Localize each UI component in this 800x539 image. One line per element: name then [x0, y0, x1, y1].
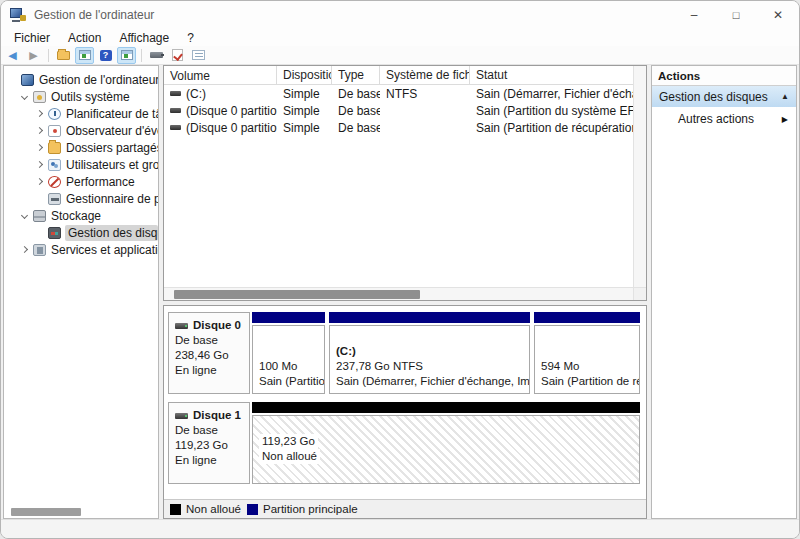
- table-row[interactable]: (C:) Simple De base NTFS Sain (Démarrer,…: [164, 85, 633, 102]
- volume-icon: [170, 108, 181, 113]
- volume-list-vertical-scrollbar[interactable]: [633, 66, 646, 287]
- scrollbar-thumb[interactable]: [11, 508, 81, 516]
- sidebar-item-performance[interactable]: Performance: [4, 173, 158, 190]
- disk-size: 238,46 Go: [175, 348, 245, 363]
- console-tree: Gestion de l'ordinateur (local) Outils s…: [4, 66, 158, 506]
- partition-c[interactable]: (C:) 237,78 Go NTFS Sain (Démarrer, Fich…: [329, 312, 530, 394]
- column-header-statut[interactable]: Statut: [470, 66, 633, 84]
- properties-icon[interactable]: [189, 47, 208, 64]
- window-title: Gestion de l'ordinateur: [34, 8, 154, 22]
- menu-affichage[interactable]: Affichage: [110, 30, 178, 46]
- status-bar: [1, 519, 799, 538]
- sidebar-item-dossiers-partages[interactable]: Dossiers partagés: [4, 139, 158, 156]
- sidebar-item-gestion-ordinateur[interactable]: Gestion de l'ordinateur (local): [4, 71, 158, 88]
- partition-color-band: [329, 312, 530, 323]
- shared-folders-icon: [48, 142, 61, 154]
- sidebar-item-observateur[interactable]: Observateur d'événeme: [4, 122, 158, 139]
- performance-icon: [48, 176, 61, 188]
- menu-help[interactable]: ?: [178, 30, 203, 46]
- check-icon[interactable]: [168, 47, 187, 64]
- column-header-systeme-fichiers[interactable]: Système de fichiers: [380, 66, 470, 84]
- event-viewer-icon: [48, 125, 61, 137]
- volume-list-horizontal-scrollbar[interactable]: [164, 287, 646, 300]
- partition-color-band: [252, 312, 325, 323]
- back-icon[interactable]: ◀: [3, 47, 22, 64]
- partition-recovery[interactable]: 594 Mo Sain (Partition de récu: [534, 312, 640, 394]
- column-header-type[interactable]: Type: [332, 66, 380, 84]
- chevron-right-icon[interactable]: [35, 177, 44, 186]
- console-tree-panel: Gestion de l'ordinateur (local) Outils s…: [3, 65, 159, 519]
- disk-area: Disque 0 De base 238,46 Go En ligne 100 …: [164, 306, 646, 499]
- legend-item-partition-principale: Partition principale: [247, 503, 358, 515]
- scrollbar-thumb[interactable]: [174, 290, 420, 299]
- legend-item-non-alloue: Non alloué: [170, 503, 241, 515]
- disk-icon: [175, 323, 188, 329]
- column-header-disposition[interactable]: Disposition: [277, 66, 332, 84]
- actions-item-autres-actions[interactable]: Autres actions ▶: [652, 108, 796, 130]
- computer-management-window: Gestion de l'ordinateur – □ ✕ Fichier Ac…: [0, 0, 800, 539]
- disk-status: En ligne: [175, 363, 245, 378]
- disk-icon: [175, 413, 188, 419]
- menu-action[interactable]: Action: [59, 30, 110, 46]
- disk-row-disque-0: Disque 0 De base 238,46 Go En ligne 100 …: [168, 312, 642, 394]
- menu-bar: Fichier Action Affichage ?: [1, 29, 799, 46]
- help-icon[interactable]: ?: [96, 47, 115, 64]
- sidebar-item-utilisateurs[interactable]: Utilisateurs et groupes l: [4, 156, 158, 173]
- disk-label-disque-0[interactable]: Disque 0 De base 238,46 Go En ligne: [168, 312, 250, 394]
- content-area: Gestion de l'ordinateur (local) Outils s…: [1, 65, 799, 519]
- sidebar-item-outils-systeme[interactable]: Outils système: [4, 88, 158, 105]
- task-scheduler-icon: [48, 108, 61, 120]
- disk-row-disque-1: Disque 1 De base 119,23 Go En ligne 119,…: [168, 402, 642, 484]
- disk-type: De base: [175, 333, 245, 348]
- maximize-button[interactable]: □: [715, 1, 757, 29]
- sidebar-item-services-applications[interactable]: Services et applications: [4, 241, 158, 258]
- sidebar-horizontal-scrollbar[interactable]: [4, 506, 158, 518]
- main-panel: Volume Disposition Type Système de fichi…: [163, 65, 647, 519]
- actions-group-gestion-des-disques[interactable]: Gestion des disques ▲: [652, 86, 796, 108]
- scrollbar-corner: [633, 288, 646, 301]
- partition-color-band: [534, 312, 640, 323]
- show-action-pane-icon[interactable]: [117, 47, 136, 64]
- chevron-down-icon[interactable]: [20, 92, 29, 101]
- toolbar-separator: [48, 49, 49, 62]
- disk-graphics-panel: Disque 0 De base 238,46 Go En ligne 100 …: [163, 305, 647, 519]
- chevron-down-icon[interactable]: [20, 211, 29, 220]
- partition-color-band: [252, 402, 640, 413]
- console-icon[interactable]: [147, 47, 166, 64]
- legend-swatch-navy: [247, 504, 258, 515]
- show-console-tree-icon[interactable]: [75, 47, 94, 64]
- volume-table: Volume Disposition Type Système de fichi…: [164, 66, 633, 287]
- submenu-arrow-icon: ▶: [782, 115, 788, 124]
- computer-icon: [21, 74, 34, 86]
- partition-efi[interactable]: 100 Mo Sain (Partition: [252, 312, 325, 394]
- disk-label-disque-1[interactable]: Disque 1 De base 119,23 Go En ligne: [168, 402, 250, 484]
- table-row[interactable]: (Disque 0 partition 4) Simple De base Sa…: [164, 119, 633, 136]
- column-header-volume[interactable]: Volume: [164, 66, 277, 84]
- sidebar-item-stockage[interactable]: Stockage: [4, 207, 158, 224]
- collapse-icon[interactable]: ▲: [781, 92, 789, 101]
- chevron-right-icon[interactable]: [35, 160, 44, 169]
- menu-fichier[interactable]: Fichier: [5, 30, 59, 46]
- legend-bar: Non alloué Partition principale: [164, 499, 646, 518]
- window-controls: – □ ✕: [673, 1, 799, 29]
- partitions-disque-1: 119,23 Go Non alloué: [252, 402, 640, 484]
- close-button[interactable]: ✕: [757, 1, 799, 29]
- sidebar-item-gestionnaire-peripheriques[interactable]: Gestionnaire de périphé: [4, 190, 158, 207]
- table-row[interactable]: (Disque 0 partition 1) Simple De base Sa…: [164, 102, 633, 119]
- chevron-right-icon[interactable]: [35, 143, 44, 152]
- sidebar-item-gestion-des-disques[interactable]: Gestion des disques: [4, 224, 158, 241]
- minimize-button[interactable]: –: [673, 1, 715, 29]
- export-icon[interactable]: [54, 47, 73, 64]
- forward-icon[interactable]: ▶: [24, 47, 43, 64]
- users-groups-icon: [48, 159, 61, 171]
- unallocated-space[interactable]: 119,23 Go Non alloué: [252, 402, 640, 484]
- disk-management-icon: [48, 227, 61, 239]
- chevron-placeholder: [8, 75, 17, 84]
- chevron-right-icon[interactable]: [35, 109, 44, 118]
- services-icon: [33, 244, 46, 256]
- disk-status: En ligne: [175, 453, 245, 468]
- chevron-right-icon[interactable]: [20, 245, 29, 254]
- actions-panel-title: Actions: [652, 66, 796, 86]
- chevron-right-icon[interactable]: [35, 126, 44, 135]
- sidebar-item-planificateur[interactable]: Planificateur de tâches: [4, 105, 158, 122]
